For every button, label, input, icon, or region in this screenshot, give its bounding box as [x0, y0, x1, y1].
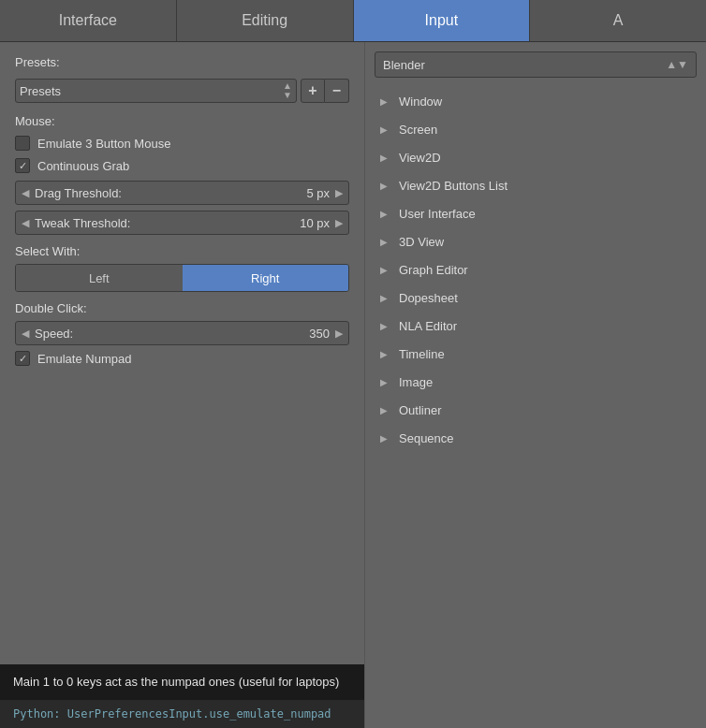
tree-item-label: Outliner — [399, 403, 442, 417]
tree-arrow-icon: ▶ — [375, 176, 393, 195]
tree-item-label: NLA Editor — [399, 319, 457, 333]
tree-item-graph-editor[interactable]: ▶Graph Editor — [365, 255, 706, 284]
tree-arrow-icon: ▶ — [375, 344, 393, 363]
tree-arrow-icon: ▶ — [375, 400, 393, 419]
double-click-label: Double Click: — [15, 301, 349, 315]
right-panel: Blender ▲▼ ▶Window▶Screen▶View2D▶View2D … — [365, 42, 706, 728]
speed-arrow-left-icon: ◀ — [22, 328, 29, 340]
emulate-numpad-checkbox[interactable] — [15, 351, 30, 366]
presets-control-row: Presets ▲▼ + − — [15, 79, 349, 103]
add-preset-button[interactable]: + — [301, 79, 325, 103]
tree-arrow-icon: ▶ — [375, 232, 393, 251]
tree-item-label: View2D — [399, 151, 441, 165]
presets-arrows-icon: ▲▼ — [283, 81, 292, 100]
select-with-row: Select With: — [15, 244, 349, 258]
tree-arrow-icon: ▶ — [375, 120, 393, 138]
presets-label: Presets: — [15, 55, 69, 69]
tree-item-outliner[interactable]: ▶Outliner — [365, 396, 706, 424]
tree-arrow-icon: ▶ — [375, 204, 393, 223]
speed-field[interactable]: ◀ Speed: 350 ▶ — [15, 321, 349, 345]
select-with-label: Select With: — [15, 244, 80, 258]
remove-preset-button[interactable]: − — [325, 79, 349, 103]
speed-arrow-right-icon: ▶ — [335, 328, 343, 340]
speed-value: 350 — [309, 327, 330, 341]
tooltip-container: Main 1 to 0 keys act as the numpad ones … — [0, 664, 364, 728]
tab-editing[interactable]: Editing — [177, 0, 354, 41]
emulate-numpad-row: Emulate Numpad — [15, 351, 349, 366]
tab-interface[interactable]: Interface — [0, 0, 177, 41]
presets-row: Presets: — [15, 55, 349, 69]
tree-item-label: Sequence — [399, 431, 454, 445]
tree-arrow-icon: ▶ — [375, 260, 393, 279]
tree-arrow-icon: ▶ — [375, 372, 393, 391]
tree-item-screen[interactable]: ▶Screen — [365, 115, 706, 143]
drag-threshold-field[interactable]: ◀ Drag Threshold: 5 px ▶ — [15, 181, 349, 205]
tweak-threshold-arrow-left-icon: ◀ — [22, 217, 29, 229]
select-toggle-group: Left Right — [15, 264, 349, 292]
tooltip-text: Main 1 to 0 keys act as the numpad ones … — [0, 664, 364, 700]
continuous-grab-label: Continuous Grab — [37, 159, 129, 173]
tabs-bar: Interface Editing Input A — [0, 0, 706, 42]
drag-threshold-label: Drag Threshold: — [35, 186, 306, 200]
emulate-mouse-label: Emulate 3 Button Mouse — [37, 137, 170, 151]
tree-item-timeline[interactable]: ▶Timeline — [365, 340, 706, 368]
tree-item-view2d-buttons-list[interactable]: ▶View2D Buttons List — [365, 171, 706, 199]
drag-threshold-value: 5 px — [306, 186, 330, 200]
emulate-mouse-checkbox[interactable] — [15, 136, 30, 151]
tree-item-window[interactable]: ▶Window — [365, 87, 706, 115]
tab-input[interactable]: Input — [354, 0, 531, 41]
tree-item-3d-view[interactable]: ▶3D View — [365, 227, 706, 255]
left-panel: Presets: Presets ▲▼ + − Mouse: Emulate 3… — [0, 42, 365, 728]
tree-list: ▶Window▶Screen▶View2D▶View2D Buttons Lis… — [365, 87, 706, 452]
select-right-button[interactable]: Right — [183, 265, 349, 291]
tree-item-label: User Interface — [399, 207, 476, 221]
tweak-threshold-value: 10 px — [300, 216, 330, 230]
emulate-mouse-row: Emulate 3 Button Mouse — [15, 136, 349, 151]
tree-item-label: Graph Editor — [399, 263, 468, 277]
tree-arrow-icon: ▶ — [375, 148, 393, 167]
mouse-section-label: Mouse: — [15, 114, 349, 128]
preset-dropdown-right-text: Blender — [383, 58, 666, 72]
main-content: Presets: Presets ▲▼ + − Mouse: Emulate 3… — [0, 42, 706, 728]
tweak-threshold-arrow-right-icon: ▶ — [335, 217, 343, 229]
tree-item-label: Window — [399, 95, 442, 109]
tree-item-label: Image — [399, 375, 433, 389]
tree-arrow-icon: ▶ — [375, 92, 393, 110]
tab-a[interactable]: A — [530, 0, 706, 41]
tweak-threshold-label: Tweak Threshold: — [35, 216, 300, 230]
continuous-grab-checkbox[interactable] — [15, 158, 30, 173]
tooltip-python: Python: UserPreferencesInput.use_emulate… — [0, 700, 364, 728]
tree-item-label: 3D View — [399, 235, 444, 249]
drag-threshold-arrow-left-icon: ◀ — [22, 187, 29, 199]
tree-item-sequence[interactable]: ▶Sequence — [365, 424, 706, 452]
tweak-threshold-field[interactable]: ◀ Tweak Threshold: 10 px ▶ — [15, 211, 349, 235]
tree-item-dopesheet[interactable]: ▶Dopesheet — [365, 284, 706, 312]
tree-item-image[interactable]: ▶Image — [365, 368, 706, 396]
tree-item-view2d[interactable]: ▶View2D — [365, 143, 706, 171]
tree-item-nla-editor[interactable]: ▶NLA Editor — [365, 312, 706, 340]
preset-dropdown-right-arrow-icon: ▲▼ — [666, 58, 688, 71]
presets-dropdown[interactable]: Presets ▲▼ — [15, 79, 297, 103]
tree-arrow-icon: ▶ — [375, 316, 393, 335]
tree-arrow-icon: ▶ — [375, 429, 393, 447]
emulate-numpad-label: Emulate Numpad — [37, 352, 131, 366]
tree-item-user-interface[interactable]: ▶User Interface — [365, 199, 706, 227]
select-left-button[interactable]: Left — [16, 265, 183, 291]
continuous-grab-row: Continuous Grab — [15, 158, 349, 173]
preset-dropdown-right[interactable]: Blender ▲▼ — [375, 51, 697, 78]
speed-label: Speed: — [35, 327, 309, 341]
tree-item-label: Screen — [399, 123, 437, 137]
tree-item-label: Timeline — [399, 347, 445, 361]
tree-arrow-icon: ▶ — [375, 288, 393, 307]
drag-threshold-arrow-right-icon: ▶ — [335, 187, 343, 199]
presets-btn-row: + − — [301, 79, 349, 103]
tree-item-label: View2D Buttons List — [399, 179, 507, 193]
tree-item-label: Dopesheet — [399, 291, 458, 305]
presets-dropdown-text: Presets — [20, 84, 283, 98]
